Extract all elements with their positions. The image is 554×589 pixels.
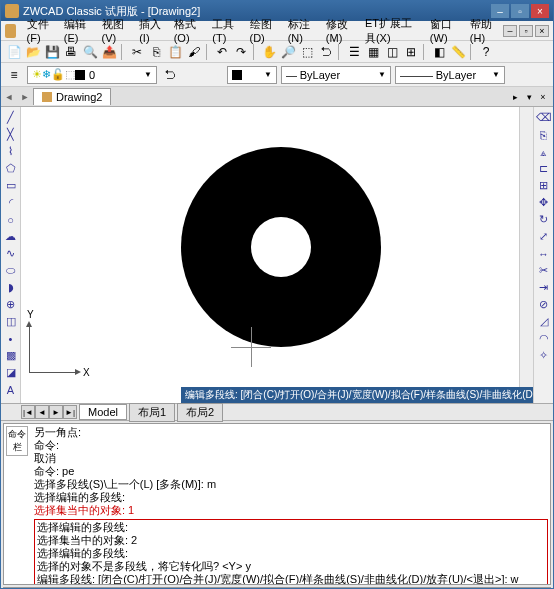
doc-minimize-button[interactable]: – [503,25,517,37]
document-tab[interactable]: Drawing2 [33,88,111,105]
revcloud-tool[interactable]: ☁ [2,228,20,245]
circle-tool[interactable]: ○ [2,211,20,228]
offset-tool[interactable]: ⊏ [535,160,553,177]
linetype-value: ByLayer [300,69,340,81]
save-icon[interactable]: 💾 [43,43,61,61]
menu-dimension[interactable]: 标注(N) [283,15,321,46]
array-tool[interactable]: ⊞ [535,177,553,194]
separator [338,44,342,60]
xline-tool[interactable]: ╳ [2,126,20,143]
help-icon[interactable]: ? [477,43,495,61]
lineweight-dropdown[interactable]: ——— ByLayer ▼ [395,66,505,84]
color-swatch [232,70,242,80]
move-tool[interactable]: ✥ [535,194,553,211]
tab-first-button[interactable]: |◄ [21,405,35,419]
props-icon[interactable]: ☰ [345,43,363,61]
doc-restore-button[interactable]: ▫ [519,25,533,37]
erase-tool[interactable]: ⌫ [535,109,553,126]
break-tool[interactable]: ⊘ [535,296,553,313]
menu-help[interactable]: 帮助(H) [465,15,503,46]
tab-menu-button[interactable]: ▸ [509,91,521,103]
undo-icon[interactable]: ↶ [213,43,231,61]
insert-tool[interactable]: ⊕ [2,296,20,313]
command-history[interactable]: 命令栏 另一角点: 命令: 取消 命令: pe 选择多段线(S)\上一个(L) … [3,423,551,585]
doc-close-button[interactable]: × [535,25,549,37]
close-button[interactable]: × [531,4,549,18]
open-icon[interactable]: 📂 [24,43,42,61]
rect-tool[interactable]: ▭ [2,177,20,194]
linetype-dropdown[interactable]: — ByLayer ▼ [281,66,391,84]
mirror-tool[interactable]: ⟁ [535,143,553,160]
color-dropdown[interactable]: ▼ [227,66,277,84]
block-tool[interactable]: ◫ [2,313,20,330]
layer-mgr-icon[interactable]: ≡ [5,66,23,84]
calc-icon[interactable]: ⊞ [402,43,420,61]
design-icon[interactable]: ▦ [364,43,382,61]
text-tool[interactable]: A [2,381,20,398]
new-icon[interactable]: 📄 [5,43,23,61]
redo-icon[interactable]: ↷ [232,43,250,61]
explode-tool[interactable]: ✧ [535,347,553,364]
publish-icon[interactable]: 📤 [100,43,118,61]
hatch-tool[interactable]: ▩ [2,347,20,364]
zoom-rt-icon[interactable]: 🔎 [279,43,297,61]
menu-window[interactable]: 窗口(W) [425,15,465,46]
maximize-button[interactable]: ▫ [511,4,529,18]
menu-edit[interactable]: 编辑(E) [59,15,97,46]
tab-prev-button[interactable]: ◄ [1,89,17,105]
tab-next-button[interactable]: ► [49,405,63,419]
layer-prev-icon[interactable]: ⮌ [161,66,179,84]
polygon-tool[interactable]: ⬠ [2,160,20,177]
tab-dropdown-button[interactable]: ▾ [523,91,535,103]
layout2-tab[interactable]: 布局2 [177,403,223,422]
menu-file[interactable]: 文件(F) [22,15,59,46]
copy-icon[interactable]: ⎘ [147,43,165,61]
app-icon [5,4,19,18]
menu-format[interactable]: 格式(O) [169,15,208,46]
zoom-prev-icon[interactable]: ⮌ [317,43,335,61]
print-icon[interactable]: 🖶 [62,43,80,61]
drawing-canvas[interactable]: Y X 编辑多段线: [闭合(C)/打开(O)/合并(J)/宽度(W)/拟合(F… [21,107,533,403]
dist-icon[interactable]: 📏 [449,43,467,61]
menu-tools[interactable]: 工具(T) [207,15,244,46]
zoom-win-icon[interactable]: ⬚ [298,43,316,61]
cut-icon[interactable]: ✂ [128,43,146,61]
tab-last-button[interactable]: ►| [63,405,77,419]
tab-next-button[interactable]: ► [17,89,33,105]
tab-prev-button[interactable]: ◄ [35,405,49,419]
spline-tool[interactable]: ∿ [2,245,20,262]
stretch-tool[interactable]: ↔ [535,245,553,262]
extend-tool[interactable]: ⇥ [535,279,553,296]
tool-icon[interactable]: ◫ [383,43,401,61]
tab-close-button[interactable]: × [537,91,549,103]
pan-icon[interactable]: ✋ [260,43,278,61]
menu-view[interactable]: 视图(V) [97,15,135,46]
preview-icon[interactable]: 🔍 [81,43,99,61]
menu-insert[interactable]: 插入(I) [134,15,168,46]
ellipse-tool[interactable]: ⬭ [2,262,20,279]
menu-modify[interactable]: 修改(M) [321,15,360,46]
scale-tool[interactable]: ⤢ [535,228,553,245]
point-tool[interactable]: • [2,330,20,347]
pline-tool[interactable]: ⌇ [2,143,20,160]
vertical-scrollbar[interactable] [519,107,533,387]
copy-tool[interactable]: ⎘ [535,126,553,143]
menu-draw[interactable]: 绘图(D) [245,15,283,46]
arc-tool[interactable]: ◜ [2,194,20,211]
model-tab[interactable]: Model [79,404,127,420]
trim-tool[interactable]: ✂ [535,262,553,279]
doc-tab-label: Drawing2 [56,91,102,103]
block-icon[interactable]: ◧ [430,43,448,61]
match-icon[interactable]: 🖌 [185,43,203,61]
paste-icon[interactable]: 📋 [166,43,184,61]
cmd-handle[interactable]: 命令栏 [6,426,28,456]
region-tool[interactable]: ◪ [2,364,20,381]
rotate-tool[interactable]: ↻ [535,211,553,228]
layer-dropdown[interactable]: ☀❄🔓⬚ 0 ▼ [27,66,157,84]
ellipsearc-tool[interactable]: ◗ [2,279,20,296]
layout1-tab[interactable]: 布局1 [129,403,175,422]
separator [121,44,125,60]
chamfer-tool[interactable]: ◿ [535,313,553,330]
fillet-tool[interactable]: ◠ [535,330,553,347]
line-tool[interactable]: ╱ [2,109,20,126]
